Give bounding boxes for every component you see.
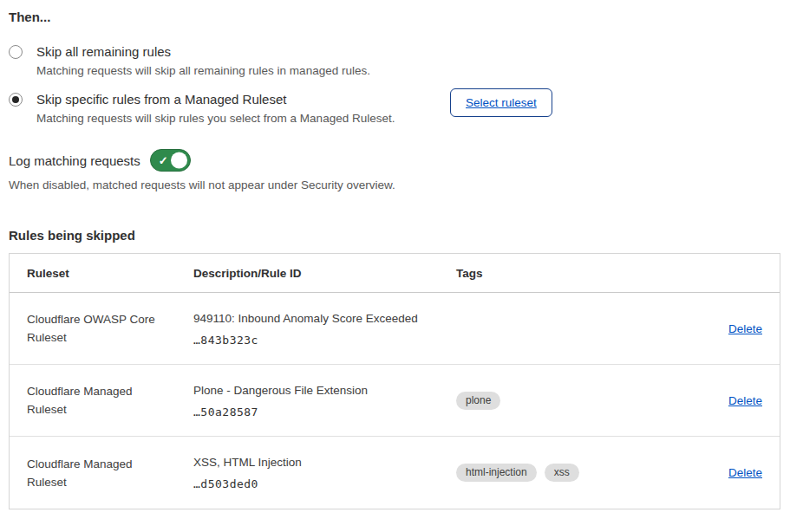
waf-rule-action-panel: Then... Skip all remaining rules Matchin… bbox=[0, 0, 790, 532]
option-skip-specific-description: Matching requests will skip rules you se… bbox=[36, 111, 780, 127]
ruleset-cell: Cloudflare Managed Ruleset bbox=[27, 455, 193, 491]
delete-link[interactable]: Delete bbox=[728, 322, 762, 335]
ruleset-cell: Cloudflare OWASP Core Ruleset bbox=[27, 310, 193, 347]
action-options: Skip all remaining rules Matching reques… bbox=[9, 43, 780, 127]
rules-table-body: Cloudflare OWASP Core Ruleset 949110: In… bbox=[10, 293, 780, 509]
log-matching-row: Log matching requests ✓ bbox=[9, 149, 780, 172]
select-ruleset-button[interactable]: Select ruleset bbox=[450, 88, 552, 117]
tags-cell: html-injectionxss bbox=[456, 464, 717, 482]
rule-description: XSS, HTML Injection bbox=[193, 455, 456, 470]
rule-id: …d503ded0 bbox=[193, 477, 456, 490]
rules-table: Ruleset Description/Rule ID Tags Cloudfl… bbox=[9, 253, 780, 509]
delete-link[interactable]: Delete bbox=[728, 394, 762, 407]
log-matching-description: When disabled, matched requests will not… bbox=[9, 178, 780, 193]
rules-table-header: Ruleset Description/Rule ID Tags bbox=[10, 254, 780, 293]
toggle-knob bbox=[171, 152, 187, 169]
table-row: Cloudflare OWASP Core Ruleset 949110: In… bbox=[10, 293, 780, 365]
tag-pill: xss bbox=[545, 464, 579, 482]
option-skip-specific: Skip specific rules from a Managed Rules… bbox=[9, 91, 780, 127]
table-row: Cloudflare Managed Ruleset Plone - Dange… bbox=[10, 365, 780, 437]
option-skip-specific-label[interactable]: Skip specific rules from a Managed Rules… bbox=[36, 91, 780, 108]
log-toggle[interactable]: ✓ bbox=[150, 149, 191, 172]
option-skip-all-description: Matching requests will skip all remainin… bbox=[36, 63, 780, 79]
tag-pill: plone bbox=[456, 392, 500, 410]
table-row: Cloudflare Managed Ruleset XSS, HTML Inj… bbox=[10, 437, 780, 509]
rule-id: …843b323c bbox=[193, 334, 456, 347]
column-header-ruleset: Ruleset bbox=[27, 267, 193, 280]
then-heading: Then... bbox=[9, 10, 780, 24]
rule-description: 949110: Inbound Anomaly Score Exceeded bbox=[193, 311, 456, 326]
radio-option-skip-all[interactable] bbox=[9, 45, 23, 59]
tags-cell: plone bbox=[456, 392, 717, 410]
option-skip-all-label[interactable]: Skip all remaining rules bbox=[36, 43, 780, 61]
column-header-description: Description/Rule ID bbox=[193, 267, 456, 280]
column-header-tags: Tags bbox=[456, 267, 717, 280]
tag-pill: html-injection bbox=[456, 464, 537, 482]
ruleset-cell: Cloudflare Managed Ruleset bbox=[27, 382, 193, 418]
rule-id: …50a28587 bbox=[193, 405, 456, 418]
rule-description: Plone - Dangerous File Extension bbox=[193, 383, 456, 398]
radio-option-skip-specific[interactable] bbox=[9, 93, 23, 107]
check-icon: ✓ bbox=[159, 155, 168, 166]
option-skip-all: Skip all remaining rules Matching reques… bbox=[9, 43, 780, 79]
log-matching-label: Log matching requests bbox=[9, 153, 140, 168]
rules-table-title: Rules being skipped bbox=[9, 228, 780, 243]
delete-link[interactable]: Delete bbox=[728, 466, 762, 479]
